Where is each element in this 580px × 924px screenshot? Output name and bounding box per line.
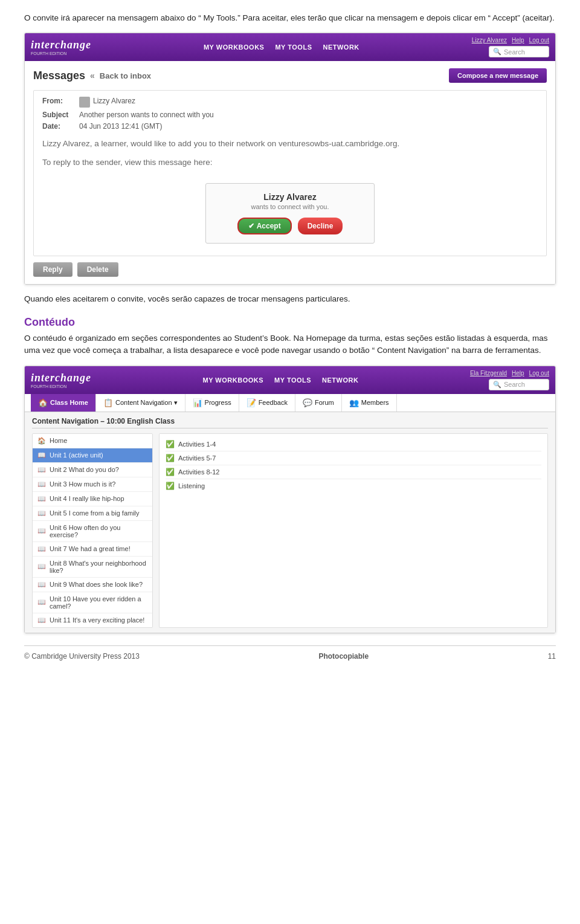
nav-network-2[interactable]: NETWORK [322, 376, 358, 384]
left-nav-panel: 🏠 Home 📖 Unit 1 (active unit) 📖 Unit 2 W… [32, 433, 153, 628]
accept-label: Accept [257, 222, 281, 230]
subject-field: Subject Another person wants to connect … [42, 111, 538, 119]
tab-content-nav[interactable]: 📋 Content Navigation ▾ [96, 394, 185, 412]
tab-content-nav-label: Content Navigation ▾ [115, 399, 178, 407]
app-logo-1: interchange FOURTH EDITION [31, 39, 91, 56]
nav-item-unit3[interactable]: 📖 Unit 3 How much is it? [33, 477, 152, 492]
tab-feedback-label: Feedback [259, 399, 288, 406]
tab-members[interactable]: 👥 Members [342, 394, 397, 412]
nav-tools-1[interactable]: MY TOOLS [275, 44, 312, 51]
nav-item-unit7[interactable]: 📖 Unit 7 We had a great time! [33, 542, 152, 557]
tab-progress-label: Progress [205, 399, 231, 406]
content-item-2[interactable]: ✅ Activities 8-12 [166, 465, 541, 479]
nav-item-unit9[interactable]: 📖 Unit 9 What does she look like? [33, 578, 152, 592]
activity-icon-0: ✅ [166, 440, 175, 448]
forum-icon: 💬 [303, 398, 312, 407]
accept-button[interactable]: ✔ Accept [237, 218, 292, 234]
nav-item-unit5[interactable]: 📖 Unit 5 I come from a big family [33, 506, 152, 521]
nav-item-unit8-label: Unit 8 What's your neighborhood like? [50, 560, 147, 574]
tab-class-home[interactable]: 🏠 Class Home [31, 394, 96, 412]
nav-item-home-label: Home [50, 437, 67, 444]
connection-card: Lizzy Alvarez wants to connect with you.… [205, 183, 375, 244]
user-links-2: Ela Fitzgerald Help Log out [470, 370, 549, 376]
card-name: Lizzy Alvarez [214, 192, 366, 202]
content-item-1[interactable]: ✅ Activities 5-7 [166, 451, 541, 465]
search-placeholder-2: Search [504, 381, 525, 388]
nav-item-unit6-label: Unit 6 How often do you exercise? [50, 524, 147, 538]
nav-item-unit6[interactable]: 📖 Unit 6 How often do you exercise? [33, 521, 152, 542]
members-icon: 👥 [349, 398, 359, 407]
back-to-inbox-link[interactable]: Back to inbox [100, 71, 151, 80]
delete-button[interactable]: Delete [77, 262, 118, 277]
compose-button[interactable]: Compose a new message [449, 68, 547, 83]
user-name-2: Ela Fitzgerald [470, 370, 507, 376]
logo-edition-2: FOURTH EDITION [31, 384, 66, 389]
nav-item-unit4-label: Unit 4 I really like hip-hop [50, 495, 124, 502]
nav-item-unit11-label: Unit 11 It's a very exciting place! [50, 616, 144, 624]
decline-button[interactable]: Decline [298, 218, 343, 234]
nav-item-unit3-label: Unit 3 How much is it? [50, 480, 115, 488]
unit9-nav-icon: 📖 [37, 581, 46, 589]
nav-item-unit1-label: Unit 1 (active unit) [50, 451, 103, 459]
app-nav-2: MY WORKBOOKS MY TOOLS NETWORK [203, 376, 359, 384]
activity-label-1: Activities 5-7 [178, 454, 216, 462]
search-box-2[interactable]: 🔍 Search [489, 379, 549, 390]
app-header-1: interchange FOURTH EDITION MY WORKBOOKS … [25, 33, 555, 61]
nav-item-unit11[interactable]: 📖 Unit 11 It's a very exciting place! [33, 613, 152, 627]
logo-text-1: interchange [31, 39, 91, 51]
tab-forum-label: Forum [315, 399, 334, 406]
feedback-icon: 📝 [246, 398, 256, 407]
logo-text-2: interchange [31, 372, 91, 384]
back-arrow: « [90, 71, 95, 80]
reply-button[interactable]: Reply [33, 262, 72, 277]
class-home-icon: 🏠 [38, 398, 48, 407]
header-right-1: Lizzy Alvarez Help Log out 🔍 Search [472, 37, 549, 57]
nav-item-unit10[interactable]: 📖 Unit 10 Have you ever ridden a camel? [33, 592, 152, 613]
nav-tools-2[interactable]: MY TOOLS [274, 376, 311, 384]
unit11-nav-icon: 📖 [37, 616, 46, 624]
nav-network-1[interactable]: NETWORK [323, 44, 359, 51]
message-detail: From: Lizzy Alvarez Subject Another pers… [33, 90, 547, 256]
unit7-nav-icon: 📖 [37, 545, 46, 553]
search-box-1[interactable]: 🔍 Search [489, 46, 549, 57]
from-label: From: [42, 97, 76, 105]
progress-icon: 📊 [193, 398, 202, 407]
app-nav-1: MY WORKBOOKS MY TOOLS NETWORK [204, 44, 359, 51]
tab-feedback[interactable]: 📝 Feedback [239, 394, 295, 412]
messages-header: Messages « Back to inbox Compose a new m… [33, 68, 547, 83]
nav-item-unit2[interactable]: 📖 Unit 2 What do you do? [33, 463, 152, 477]
logout-link-1[interactable]: Log out [529, 37, 549, 44]
nav-item-unit4[interactable]: 📖 Unit 4 I really like hip-hop [33, 492, 152, 506]
header-right-2: Ela Fitzgerald Help Log out 🔍 Search [470, 370, 549, 390]
tab-progress[interactable]: 📊 Progress [185, 394, 239, 412]
messages-label: Messages [33, 69, 85, 82]
subject-value: Another person wants to connect with you [79, 111, 214, 119]
body-line-2: To reply to the sender, view this messag… [42, 157, 538, 169]
nav-item-unit10-label: Unit 10 Have you ever ridden a camel? [50, 595, 147, 610]
unit10-nav-icon: 📖 [37, 598, 46, 606]
subject-label: Subject [42, 111, 76, 119]
activity-icon-1: ✅ [166, 454, 175, 462]
unit4-nav-icon: 📖 [37, 495, 46, 503]
nav-item-unit1[interactable]: 📖 Unit 1 (active unit) [33, 448, 152, 463]
app-body-messages: Messages « Back to inbox Compose a new m… [25, 61, 555, 284]
checkmark-icon: ✔ [248, 222, 254, 230]
user-links-1: Lizzy Alvarez Help Log out [472, 37, 549, 44]
tab-forum[interactable]: 💬 Forum [295, 394, 342, 412]
unit2-nav-icon: 📖 [37, 466, 46, 474]
nav-item-home[interactable]: 🏠 Home [33, 434, 152, 448]
bottom-buttons: Reply Delete [33, 262, 547, 277]
search-placeholder-1: Search [504, 48, 525, 56]
content-item-3[interactable]: ✅ Listening [166, 479, 541, 493]
tab-class-home-label: Class Home [50, 399, 88, 406]
nav-workbooks-1[interactable]: MY WORKBOOKS [204, 44, 265, 51]
copyright-text: © Cambridge University Press 2013 [24, 652, 140, 661]
logo-edition-1: FOURTH EDITION [31, 51, 66, 56]
nav-workbooks-2[interactable]: MY WORKBOOKS [203, 376, 264, 384]
logout-link-2[interactable]: Log out [529, 370, 549, 376]
content-item-0[interactable]: ✅ Activities 1-4 [166, 438, 541, 451]
nav-item-unit8[interactable]: 📖 Unit 8 What's your neighborhood like? [33, 557, 152, 578]
content-nav-layout: 🏠 Home 📖 Unit 1 (active unit) 📖 Unit 2 W… [32, 433, 548, 628]
help-link-1[interactable]: Help [512, 37, 524, 44]
help-link-2[interactable]: Help [512, 370, 524, 376]
